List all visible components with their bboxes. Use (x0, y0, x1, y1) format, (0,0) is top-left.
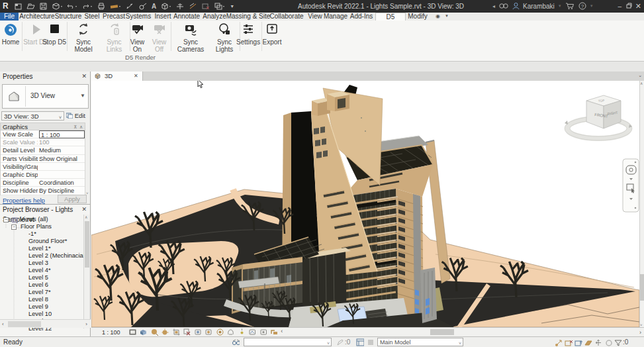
close-button[interactable]: ✕ (635, 1, 641, 11)
collapse-box-icon[interactable]: − (3, 217, 9, 223)
export-button[interactable]: Export (261, 22, 283, 46)
tab-precast[interactable]: Precast (103, 13, 125, 21)
edit-type-button[interactable]: Edit Type (66, 111, 90, 121)
select-by-face-icon[interactable] (584, 339, 592, 347)
filter-icon[interactable] (614, 339, 622, 347)
design-option-select[interactable]: Main Model˅ (377, 338, 463, 346)
user-menu-caret-icon[interactable]: ▼ (558, 4, 562, 8)
design-options-icon[interactable] (356, 338, 364, 346)
view-cube[interactable]: FRONT RIGHT TOP (565, 95, 632, 140)
modify-indicator-icon[interactable]: ◉ (436, 13, 440, 19)
view-off-button[interactable]: View Off (148, 22, 170, 53)
restore-button[interactable] (625, 1, 632, 11)
redo-icon[interactable] (82, 3, 93, 10)
view-tab-3d[interactable]: 3D ✕ (91, 72, 143, 81)
sync-links-button[interactable]: Sync Links (99, 22, 129, 53)
view-on-button[interactable]: View On (126, 22, 148, 53)
tab-insert[interactable]: Insert (154, 13, 171, 21)
tab-list-caret-icon[interactable]: ⌄ (638, 73, 642, 78)
tree-item[interactable]: Level 5 (28, 274, 48, 281)
save-icon[interactable] (40, 3, 47, 10)
tab-collaborate[interactable]: Collaborate (269, 13, 303, 21)
worksets-icon[interactable] (232, 338, 240, 346)
viewport-canvas[interactable]: FRONT RIGHT TOP (91, 81, 639, 327)
visual-style-icon[interactable] (129, 328, 136, 336)
home-button[interactable]: Home (1, 22, 21, 46)
app-store-icon[interactable] (565, 2, 575, 10)
tree-item[interactable]: Level 9 (28, 303, 48, 310)
sync-lights-button[interactable]: Sync Lights (210, 22, 239, 53)
sync-cameras-button[interactable]: Sync Cameras (172, 22, 209, 53)
tab-architecture[interactable]: Architecture (19, 13, 54, 21)
select-links-icon[interactable] (555, 339, 563, 347)
help-menu-caret-icon[interactable]: ▼ (590, 4, 594, 8)
view-scale-label[interactable]: 1 : 100 (102, 329, 120, 336)
tab-systems[interactable]: Systems (126, 13, 151, 21)
select-pinned-icon[interactable] (575, 339, 582, 347)
property-row[interactable]: Visibility/Grap...Edit... (1, 163, 85, 171)
select-underlay-icon[interactable] (565, 339, 573, 347)
project-browser-close-icon[interactable]: ✕ (81, 206, 87, 213)
property-row[interactable]: Scale Value 1:100 (1, 138, 85, 146)
temporary-hide-icon[interactable] (195, 328, 202, 336)
tree-item[interactable]: Level 8 (28, 296, 48, 303)
tree-item[interactable]: Level 6 (28, 281, 48, 288)
hide-crop-icon[interactable] (183, 328, 191, 336)
graphics-section-header[interactable]: Graphics⊼∧ (0, 123, 85, 130)
tab-d5-render-active[interactable]: D5 Render (375, 13, 406, 21)
close-hidden-windows-icon[interactable] (202, 3, 210, 10)
text-icon[interactable]: A (152, 3, 156, 10)
tab-steel[interactable]: Steel (85, 13, 100, 21)
tag-icon[interactable] (139, 3, 147, 10)
default-3d-view-icon[interactable] (161, 3, 171, 10)
shadows-icon[interactable] (151, 328, 158, 336)
help-icon[interactable]: ? (578, 2, 586, 10)
measure-icon[interactable] (110, 3, 121, 10)
property-row[interactable]: Show Hidden ...By Discipline (1, 187, 85, 195)
vcb-collapse-icon[interactable]: ‹ (281, 328, 283, 334)
tab-analyze[interactable]: Analyze (203, 13, 226, 21)
tab-annotate[interactable]: Annotate (173, 13, 200, 21)
tree-floor-plans[interactable]: Floor Plans (21, 223, 52, 230)
crop-view-icon[interactable] (173, 328, 180, 336)
user-icon[interactable] (512, 2, 520, 10)
property-row[interactable]: DisciplineCoordination (1, 179, 85, 187)
active-option-icon[interactable] (367, 338, 375, 346)
tab-view[interactable]: View (308, 13, 322, 21)
undo-icon[interactable] (67, 3, 77, 10)
active-workset-select[interactable]: ˅ (244, 338, 332, 346)
project-browser-vscrollbar[interactable]: ∧ ˅ (83, 215, 90, 328)
tree-item[interactable]: -1* (28, 230, 36, 237)
tree-item[interactable]: Level 1* (28, 245, 51, 252)
tab-massing-site[interactable]: Massing & Site (226, 13, 271, 21)
reveal-hidden-icon[interactable] (216, 328, 224, 336)
view-tab-close-icon[interactable]: ✕ (134, 72, 138, 81)
tab-add-ins[interactable]: Add-Ins (350, 13, 373, 21)
drag-elements-icon[interactable] (594, 339, 602, 347)
thin-lines-icon[interactable] (189, 3, 197, 10)
type-selector-caret-icon[interactable]: ▼ (80, 93, 85, 99)
viewport-vscrollbar[interactable]: ∧ ˅ (639, 81, 644, 327)
tree-item[interactable]: Level 4* (28, 267, 51, 273)
tab-modify[interactable]: Modify (408, 13, 427, 21)
property-row[interactable]: Parts VisibilityShow Original (1, 155, 85, 163)
collapse-box-icon[interactable]: − (11, 224, 17, 230)
sync-icon[interactable] (52, 3, 62, 10)
analytical-model-icon[interactable] (249, 328, 256, 336)
tree-views-all[interactable]: Views (all) (20, 216, 48, 223)
property-row[interactable]: Graphic Displ...Edit... (1, 171, 85, 179)
window-icon[interactable] (15, 3, 22, 10)
switch-windows-icon[interactable] (214, 3, 225, 10)
tab-options-caret-icon[interactable]: ▼ (445, 14, 449, 18)
minimize-button[interactable]: – (618, 1, 621, 11)
view-selector[interactable]: 3D View: 3D˅ (1, 111, 64, 121)
tree-item[interactable]: Level 3 (28, 260, 48, 266)
signed-in-user[interactable]: Karambaki (523, 3, 555, 10)
worksharing-icon[interactable] (227, 328, 234, 336)
project-browser-hscrollbar[interactable]: ‹ › (0, 319, 91, 328)
infocenter-collapse-icon[interactable]: ◂ (492, 3, 495, 9)
sun-path-icon[interactable] (161, 328, 169, 336)
properties-help-link[interactable]: Properties help (3, 197, 45, 204)
background-process-icon[interactable] (605, 339, 613, 347)
detail-level-icon[interactable] (140, 328, 147, 336)
